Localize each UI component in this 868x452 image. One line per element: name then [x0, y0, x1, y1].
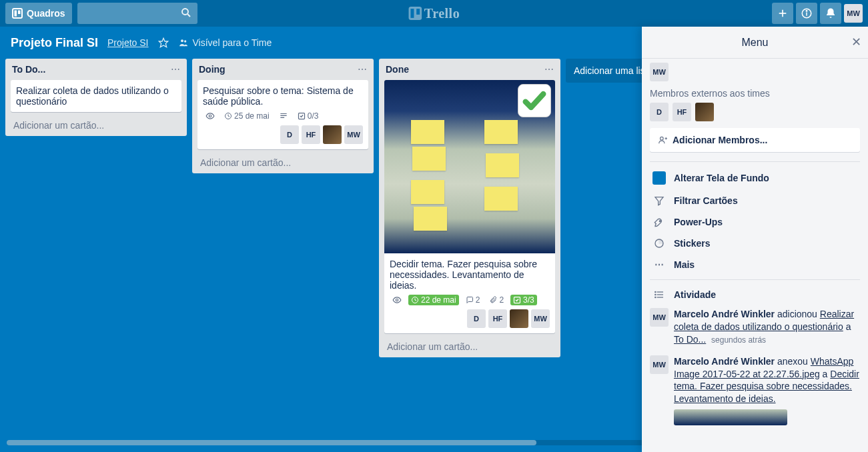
member-avatar[interactable]: MW — [650, 63, 669, 81]
member-avatar[interactable] — [323, 125, 342, 144]
list-title[interactable]: To Do... — [12, 64, 45, 75]
activity-list: MW Marcelo André Winkler adicionou Reali… — [650, 305, 860, 425]
activity-link[interactable]: To Do... — [674, 334, 706, 345]
team-icon — [178, 37, 189, 48]
menu-header: Menu ✕ — [642, 27, 868, 59]
svg-point-36 — [655, 297, 656, 297]
team-name[interactable]: Projeto SI — [107, 37, 148, 48]
header-right: MW — [772, 3, 863, 24]
svg-rect-0 — [13, 9, 22, 18]
sticker-icon — [653, 238, 666, 249]
list-menu-button[interactable]: ⋯ — [544, 64, 554, 75]
activity-item: MW Marcelo André Winkler adicionou Reali… — [650, 308, 860, 346]
list-menu-button[interactable]: ⋯ — [358, 64, 367, 75]
create-button[interactable] — [772, 3, 793, 24]
boards-button[interactable]: Quadros — [5, 3, 72, 24]
list-header: Doing ⋯ — [192, 59, 374, 77]
card[interactable]: Decidir tema. Fazer pesquisa sobre neces… — [384, 80, 555, 333]
watch-icon — [203, 111, 218, 121]
add-card-button[interactable]: Adicionar um cartão... — [5, 115, 187, 136]
menu-item-more[interactable]: ⋯ Mais — [650, 254, 860, 275]
activity-mid: a — [843, 321, 851, 332]
due-badge: 22 de mai — [408, 295, 459, 305]
svg-rect-2 — [18, 11, 21, 15]
list-done: Done ⋯ Decidir tema. Fazer pesquisa sobr — [379, 59, 560, 357]
menu-item-label: Mais — [674, 259, 695, 270]
member-avatar[interactable] — [695, 103, 714, 121]
menu-item-label: Stickers — [674, 238, 710, 249]
search-icon — [180, 7, 192, 19]
member-avatar[interactable]: HF — [302, 125, 320, 144]
member-avatar[interactable]: HF — [488, 309, 507, 328]
card[interactable]: Pesquisar sobre o tema: Sistema de saúde… — [197, 80, 368, 149]
visibility-label: Visível para o Time — [193, 37, 272, 48]
add-members-button[interactable]: Adicionar Membros... — [650, 128, 860, 152]
trello-logo[interactable]: Trello — [408, 6, 460, 21]
activity-avatar[interactable]: MW — [650, 308, 669, 327]
svg-marker-28 — [655, 197, 663, 205]
add-card-button[interactable]: Adicionar um cartão... — [379, 336, 560, 357]
menu-item-powerups[interactable]: Power-Ups — [650, 211, 860, 233]
activity-user[interactable]: Marcelo André Winkler — [674, 356, 775, 367]
card-members: D HF MW — [390, 309, 550, 328]
list-title[interactable]: Doing — [199, 64, 226, 75]
member-avatar[interactable] — [510, 309, 528, 328]
header-left: Quadros — [5, 3, 197, 24]
svg-point-3 — [182, 9, 188, 15]
rocket-icon — [653, 217, 666, 227]
member-avatar[interactable]: HF — [673, 103, 691, 121]
svg-point-25 — [661, 137, 664, 140]
member-avatar[interactable]: D — [467, 309, 486, 328]
search-input[interactable] — [77, 3, 197, 24]
activity-mid: a — [820, 369, 831, 379]
more-icon: ⋯ — [653, 259, 666, 270]
activity-verb: anexou — [775, 356, 811, 367]
member-avatar[interactable]: D — [280, 125, 299, 144]
member-avatar[interactable]: MW — [531, 309, 550, 328]
team-members-row: MW — [650, 63, 860, 81]
info-button[interactable] — [796, 3, 817, 24]
list-header: Done ⋯ — [379, 59, 560, 77]
visibility-button[interactable]: Visível para o Time — [178, 37, 272, 48]
svg-rect-1 — [15, 11, 17, 17]
background-swatch — [653, 171, 666, 185]
notifications-button[interactable] — [820, 3, 841, 24]
close-icon[interactable]: ✕ — [851, 35, 861, 49]
menu-item-background[interactable]: Alterar Tela de Fundo — [650, 166, 860, 190]
due-text: 22 de mai — [421, 295, 456, 305]
activity-when: segundos atrás — [711, 335, 766, 345]
description-icon — [276, 111, 291, 121]
user-avatar[interactable]: MW — [844, 4, 863, 23]
member-avatar[interactable]: MW — [344, 125, 363, 144]
attachments-badge: 2 — [486, 295, 506, 305]
activity-item: MW Marcelo André Winkler anexou WhatsApp… — [650, 355, 860, 426]
divider — [650, 279, 860, 280]
due-text: 25 de mai — [234, 111, 270, 121]
checklist-text: 3/3 — [523, 295, 534, 305]
activity-user[interactable]: Marcelo André Winkler — [674, 309, 775, 319]
global-header: Quadros Trello MW — [0, 0, 868, 27]
svg-point-34 — [655, 291, 656, 292]
activity-thumbnail[interactable] — [674, 409, 787, 425]
svg-point-16 — [209, 115, 211, 117]
activity-icon — [653, 289, 666, 300]
activity-label: Atividade — [674, 289, 716, 300]
menu-item-stickers[interactable]: Stickers — [650, 233, 860, 254]
add-card-button[interactable]: Adicionar um cartão... — [192, 152, 374, 173]
list-menu-button[interactable]: ⋯ — [171, 64, 180, 75]
member-avatar[interactable]: D — [650, 103, 669, 121]
board-title[interactable]: Projeto Final SI — [11, 36, 98, 50]
svg-rect-7 — [416, 9, 420, 15]
activity-avatar[interactable]: MW — [650, 355, 669, 374]
card-badges: 25 de mai 0/3 — [203, 111, 363, 121]
svg-marker-13 — [159, 38, 167, 47]
star-button[interactable] — [158, 37, 169, 48]
svg-point-29 — [659, 221, 661, 222]
menu-item-filter[interactable]: Filtrar Cartões — [650, 190, 860, 211]
card[interactable]: Realizar coleta de dados utilizando o qu… — [11, 80, 181, 112]
card-text: Realizar coleta de dados utilizando o qu… — [16, 85, 176, 107]
watch-icon — [390, 295, 404, 305]
list-title[interactable]: Done — [386, 64, 409, 75]
list-header: To Do... ⋯ — [5, 59, 187, 77]
add-members-label: Adicionar Membros... — [673, 135, 767, 145]
